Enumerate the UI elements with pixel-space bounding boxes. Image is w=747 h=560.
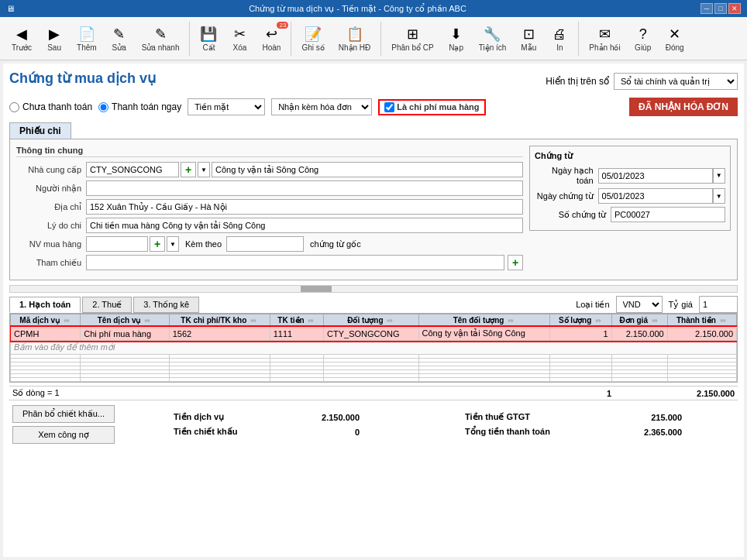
delete-icon: ✂	[234, 25, 246, 43]
toolbar-giup[interactable]: ? Giúp	[629, 22, 657, 54]
col-resize-so-luong[interactable]: ⇔	[594, 317, 603, 325]
toolbar-divider-2	[291, 22, 291, 56]
tham-chieu-add-btn[interactable]: +	[508, 255, 523, 270]
tien-ich-icon: 🔧	[484, 25, 501, 43]
toolbar-delete[interactable]: ✂ Xóa	[225, 22, 253, 54]
cancel-icon: ↩	[266, 25, 277, 43]
tab-thong-ke[interactable]: 3. Thống kê	[133, 297, 199, 313]
nv-mua-hang-row: NV mua hàng + ▼ Kèm theo chứng từ gốc	[16, 236, 523, 252]
toolbar-nap[interactable]: ⬇ Nạp	[442, 22, 470, 54]
toolbar-dong[interactable]: ✕ Đóng	[660, 22, 690, 54]
ly-do-chi-label: Lý do chi	[16, 221, 86, 230]
in-label: In	[556, 43, 563, 52]
new-label: Thêm	[77, 43, 97, 52]
toolbar-phan-bo[interactable]: ⊞ Phân bổ CP	[386, 22, 439, 54]
forward-icon: ▶	[49, 25, 60, 43]
toolbar-ghi-so[interactable]: 📝 Ghi số	[296, 22, 329, 54]
scrollbar-thumb[interactable]	[301, 286, 332, 292]
xem-cong-no-button[interactable]: Xem công nợ	[12, 426, 115, 444]
add-new-row[interactable]: Bấm vào đây để thêm mới	[11, 341, 737, 355]
col-resize-doi-tuong[interactable]: ⇔	[385, 317, 394, 325]
nv-mua-hang-dropdown-btn[interactable]: ▼	[167, 236, 179, 252]
nha-cung-cap-add-btn[interactable]: +	[181, 162, 196, 177]
table-row[interactable]: CPMH Chi phí mua hàng 1562 1111 CTY_SONG…	[11, 327, 737, 341]
toolbar-cancel[interactable]: ↩ Hoàn 23	[256, 22, 286, 54]
phan-bo-chiet-khau-button[interactable]: Phân bổ chiết khấu...	[12, 405, 115, 423]
toolbar-new[interactable]: 📄 Thêm	[71, 22, 102, 54]
close-window-button[interactable]: ✕	[728, 3, 741, 14]
tab-thue[interactable]: 2. Thuế	[82, 297, 132, 313]
cell-doi-tuong: CTY_SONGCONG	[324, 327, 418, 341]
loai-tien-select[interactable]: VND USD	[616, 296, 663, 313]
radio-chua-label: Chưa thanh toán	[22, 101, 92, 112]
toolbar-edit[interactable]: ✎ Sửa	[105, 22, 133, 54]
mau-icon: ⊡	[523, 25, 535, 43]
chi-phi-checkbox[interactable]	[384, 102, 394, 112]
col-resize-ten-dv[interactable]: ⇔	[143, 317, 152, 325]
minimize-button[interactable]: ─	[701, 3, 713, 14]
tab-hach-toan[interactable]: 1. Hạch toán	[9, 297, 81, 313]
radio-ngay-input[interactable]	[98, 102, 108, 112]
nap-icon: ⬇	[450, 25, 462, 43]
empty-row-7	[11, 378, 737, 382]
col-resize-don-gia[interactable]: ⇔	[650, 317, 659, 325]
in-icon: 🖨	[553, 25, 566, 43]
dia-chi-input[interactable]	[86, 199, 523, 215]
toolbar-mau[interactable]: ⊡ Mẫu	[515, 22, 542, 54]
ngay-hach-toan-dropdown[interactable]: ▼	[713, 168, 725, 184]
da-nhan-hoa-don-button[interactable]: ĐÃ NHẬN HÓA ĐƠN	[629, 98, 738, 116]
invoice-select[interactable]: Nhận kèm hóa đơn Không kèm hóa đơn	[271, 98, 372, 115]
horizontal-scrollbar[interactable]	[9, 285, 738, 293]
col-resize-thanh-tien[interactable]: ⇔	[718, 317, 728, 325]
col-resize-tk-tien[interactable]: ⇔	[306, 317, 315, 325]
maximize-button[interactable]: □	[714, 3, 727, 14]
so-chung-tu-label: Số chứng từ	[535, 210, 611, 220]
phieu-chi-tab[interactable]: Phiếu chi	[9, 122, 71, 139]
nv-mua-hang-input[interactable]	[86, 236, 148, 252]
title-bar-icon: 🖥	[6, 4, 15, 13]
save-label: Cất	[202, 43, 215, 52]
tham-chieu-input[interactable]	[86, 255, 504, 270]
toolbar-in[interactable]: 🖨 In	[546, 22, 573, 54]
ty-gia-input[interactable]	[699, 296, 738, 313]
toolbar-save[interactable]: 💾 Cất	[194, 22, 222, 54]
top-left-controls: Chưa thanh toán Thanh toán ngay Tiền mặt…	[9, 98, 486, 115]
toolbar-edit-quick[interactable]: ✎ Sửa nhanh	[136, 22, 185, 54]
ty-gia-label: Tỷ giá	[669, 300, 693, 310]
ngay-chung-tu-label: Ngày chứng từ	[535, 191, 598, 201]
col-resize-ten-doi-tuong[interactable]: ⇔	[506, 317, 515, 325]
so-chung-tu-input[interactable]	[611, 207, 725, 222]
nv-mua-hang-add-btn[interactable]: +	[150, 236, 165, 252]
col-resize-tk-chi-phi[interactable]: ⇔	[249, 317, 258, 325]
nhan-hd-icon: 📋	[346, 25, 363, 43]
nguoi-nhan-input[interactable]	[86, 180, 523, 196]
edit-quick-label: Sửa nhanh	[142, 43, 180, 52]
ngay-hach-toan-input[interactable]	[598, 168, 713, 184]
col-so-luong: Số lượng ⇔	[550, 314, 611, 327]
ghi-so-icon: 📝	[305, 25, 322, 43]
toolbar-tien-ich[interactable]: 🔧 Tiện ích	[473, 22, 512, 54]
ly-do-chi-input[interactable]	[86, 218, 523, 233]
toolbar-nhan-hd[interactable]: 📋 Nhận HĐ	[333, 22, 377, 54]
tien-thue-value: 215.000	[620, 413, 682, 422]
table-body: CPMH Chi phí mua hàng 1562 1111 CTY_SONG…	[11, 327, 737, 382]
toolbar-phan-hoi[interactable]: ✉ Phản hồi	[583, 22, 625, 54]
nha-cung-cap-dropdown-btn[interactable]: ▼	[198, 162, 210, 177]
new-row-label: Bấm vào đây để thêm mới	[11, 341, 737, 355]
payment-method-select[interactable]: Tiền mặt Ngân hàng	[188, 98, 265, 115]
hien-thi-select[interactable]: Sổ tài chính và quản trị	[614, 73, 738, 90]
table: Mã dịch vụ ⇔ Tên dịch vụ ⇔ TK chi phí/TK…	[10, 314, 737, 382]
kem-theo-input[interactable]	[226, 236, 304, 252]
toolbar-back[interactable]: ◀ Trước	[6, 22, 37, 54]
col-resize-ma-dv[interactable]: ⇔	[62, 317, 71, 325]
tab-right-controls: Loại tiền VND USD Tỷ giá	[576, 296, 738, 313]
footer-buttons: Phân bổ chiết khấu... Xem công nợ	[12, 405, 115, 444]
toolbar-divider-4	[578, 22, 579, 56]
ngay-chung-tu-dropdown[interactable]: ▼	[713, 188, 725, 204]
nha-cung-cap-input[interactable]	[86, 162, 179, 177]
toolbar-forward[interactable]: ▶ Sau	[40, 22, 68, 54]
ngay-chung-tu-input[interactable]	[598, 188, 713, 204]
radio-chua-input[interactable]	[9, 102, 19, 112]
delete-label: Xóa	[233, 43, 247, 52]
nha-cung-cap-name-input[interactable]	[212, 162, 523, 177]
